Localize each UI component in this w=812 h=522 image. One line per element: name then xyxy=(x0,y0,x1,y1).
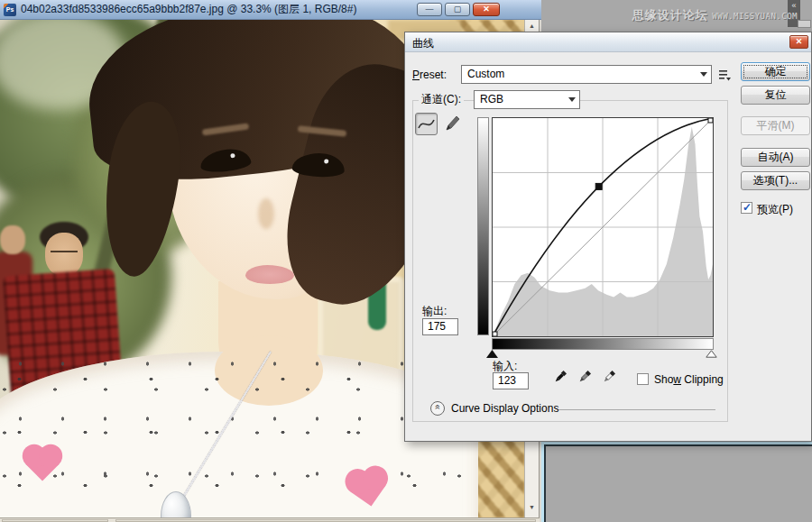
curve-display-options-label[interactable]: Curve Display Options xyxy=(451,402,558,415)
separator-line xyxy=(558,409,715,410)
show-clipping-label[interactable]: Show Clipping xyxy=(654,373,724,386)
curve-plot[interactable] xyxy=(492,117,714,337)
curve-plot-svg xyxy=(493,118,713,336)
auto-button[interactable]: 自动(A) xyxy=(741,148,810,167)
minimize-icon: — xyxy=(426,5,434,14)
draw-curve-pencil-button[interactable] xyxy=(442,113,465,135)
maximize-button[interactable]: ▢ xyxy=(445,3,470,16)
curves-dialog-close-button[interactable]: ✕ xyxy=(789,35,808,49)
chevron-down-icon xyxy=(700,72,707,77)
background-document-window[interactable] xyxy=(541,442,812,522)
smooth-button: 平滑(M) xyxy=(741,116,810,135)
options-button[interactable]: 选项(T)... xyxy=(741,171,810,190)
curves-dialog-title: 曲线 xyxy=(412,36,434,51)
preset-value: Custom xyxy=(467,68,504,80)
black-eyedropper-icon xyxy=(552,369,568,385)
preset-menu-icon xyxy=(718,69,732,81)
channel-value: RGB xyxy=(480,93,503,105)
show-clipping-accel: w xyxy=(673,373,681,386)
background-document-canvas xyxy=(544,444,812,522)
check-icon: ✓ xyxy=(743,201,752,214)
output-field[interactable]: 175 xyxy=(422,318,458,335)
white-eyedropper-icon xyxy=(601,369,617,385)
curves-dialog-titlebar[interactable]: 曲线 ✕ xyxy=(405,32,811,52)
screen: 思缘设计论坛 WWW.MISSYUAN.COM « Ps 04b02a33fd8… xyxy=(0,0,812,522)
gray-eyedropper-icon xyxy=(577,369,593,385)
close-icon: ✕ xyxy=(483,5,490,14)
output-label: 输出: xyxy=(422,304,447,319)
curves-dialog: 曲线 ✕ Preset: Custom 确定 复位 平滑(M) 自动(A) 选项… xyxy=(404,32,812,442)
pencil-icon xyxy=(442,113,463,133)
photoshop-file-icon: Ps xyxy=(4,4,16,16)
black-point-slider[interactable] xyxy=(486,350,498,358)
black-point-eyedropper-button[interactable] xyxy=(552,369,568,385)
input-gradient-bar xyxy=(492,338,714,350)
preset-label-rest: reset: xyxy=(420,69,447,81)
watermark: 思缘设计论坛 WWW.MISSYUAN.COM xyxy=(632,6,798,23)
white-point-eyedropper-button[interactable] xyxy=(601,369,617,385)
reset-button[interactable]: 复位 xyxy=(741,86,810,105)
maximize-icon: ▢ xyxy=(454,5,462,14)
photo-bystander xyxy=(0,225,25,254)
chevron-down-icon xyxy=(568,97,576,102)
scroll-down-icon[interactable]: ▼ xyxy=(525,504,539,510)
channel-label: 通道(C): xyxy=(419,92,464,107)
photo-girl-lips xyxy=(245,265,294,284)
image-window-statusbar xyxy=(0,517,540,522)
photo-girl-nose xyxy=(258,198,274,229)
minimize-button[interactable]: — xyxy=(417,3,442,16)
curve-display-options-expand-button[interactable]: » xyxy=(430,401,445,416)
close-button[interactable]: ✕ xyxy=(473,3,500,16)
preset-label-accel: P xyxy=(412,69,420,81)
close-icon: ✕ xyxy=(796,37,803,46)
output-gradient-bar xyxy=(477,117,489,335)
preview-label[interactable]: 预览(P) xyxy=(757,202,793,217)
show-clipping-text: Clipping xyxy=(681,373,724,386)
preset-label: Preset: xyxy=(412,69,447,81)
scroll-up-icon[interactable]: ▲ xyxy=(525,23,539,29)
input-field[interactable]: 123 xyxy=(493,372,529,389)
gray-point-eyedropper-button[interactable] xyxy=(577,369,593,385)
preset-menu-button[interactable] xyxy=(718,69,732,81)
double-chevron-down-icon: » xyxy=(432,405,442,410)
image-window-title: 04b02a33fd8533986ecc65a9bbb2f87e.jpg @ 3… xyxy=(21,2,356,17)
preset-dropdown[interactable]: Custom xyxy=(461,65,712,84)
watermark-site-name: 思缘设计论坛 xyxy=(632,8,708,22)
watermark-site-url: WWW.MISSYUAN.COM xyxy=(712,12,798,21)
curve-tool-icon xyxy=(416,114,437,134)
preview-checkbox[interactable]: ✓ xyxy=(741,202,752,214)
edit-points-tool-button[interactable] xyxy=(415,113,438,135)
channel-dropdown[interactable]: RGB xyxy=(474,90,580,109)
photo-bystander-glasses xyxy=(51,251,78,257)
panel-dock-tab[interactable] xyxy=(798,20,811,28)
show-clipping-checkbox[interactable] xyxy=(637,373,649,385)
ok-button[interactable]: 确定 xyxy=(741,62,810,81)
show-clipping-text: Sho xyxy=(654,373,673,386)
white-point-slider[interactable] xyxy=(706,350,717,358)
